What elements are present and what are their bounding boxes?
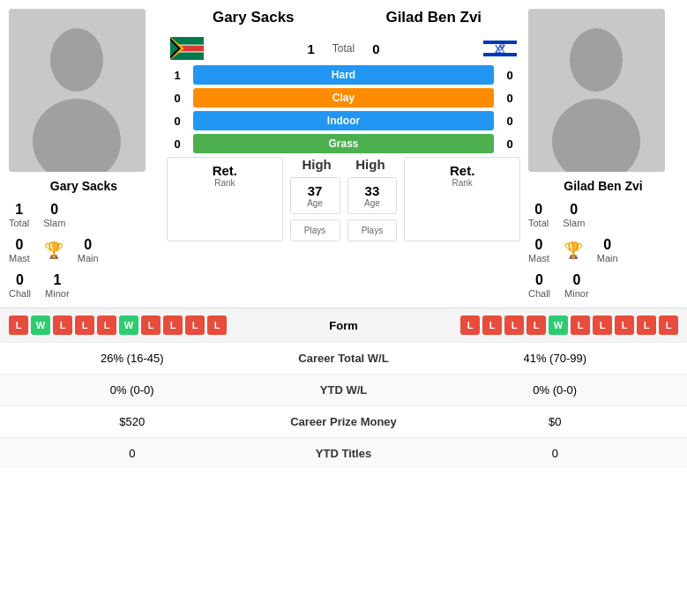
left-player-total-slam: 1 Total 0 Slam [9,202,159,228]
right-trophy-icon: 🏆 [564,241,583,260]
clay-right: 0 [499,92,520,105]
prize-money-label: Career Prize Money [256,415,432,428]
prize-money-row: $520 Career Prize Money $0 [0,405,687,437]
left-form: L W L L L W L L L L [9,315,273,335]
left-age-box: 37 Age [290,177,340,214]
right-form-4: L [526,315,546,335]
left-form-6: W [119,315,138,335]
left-form-8: L [163,315,183,335]
hard-button: Hard [193,65,494,85]
career-total-wl-left: 26% (16-45) [9,352,256,365]
svg-point-1 [50,28,103,92]
right-age-box: 33 Age [347,177,398,214]
right-rank-box: Ret. Rank [404,157,520,241]
right-chall-minor-row: 0 Chall 0 Minor [528,272,678,299]
ytd-wl-left: 0% (0-0) [9,383,256,397]
left-form-4: L [75,315,94,335]
left-form-9: L [185,315,205,335]
right-player-avatar [528,9,665,172]
left-form-3: L [53,315,72,335]
left-total: 1 Total [9,202,29,228]
right-player-total-slam: 0 Total 0 Slam [528,202,678,228]
right-form-9: L [637,315,656,335]
form-label: Form [273,319,414,332]
left-slam: 0 Slam [43,202,65,228]
ytd-wl-row: 0% (0-0) YTD W/L 0% (0-0) [0,374,687,405]
left-player-card: Gary Sacks 1 Total 0 Slam 0 Mast 🏆 [9,9,159,299]
left-form-2: W [31,315,50,335]
left-high: High [302,157,331,172]
clay-button: Clay [193,88,494,108]
main-container: Gary Sacks 1 Total 0 Slam 0 Mast 🏆 [0,0,687,469]
total-label: Total [332,42,355,55]
svg-text:✡: ✡ [497,45,503,53]
right-minor: 0 Minor [564,272,589,299]
left-form-1: L [9,315,28,335]
left-total-score: 1 [307,41,314,56]
right-form-10: L [659,315,678,335]
left-rank-box: Ret. Rank [167,157,283,241]
right-plays-box: Plays [347,219,398,241]
right-total-score: 0 [372,41,379,56]
svg-rect-14 [483,41,517,44]
svg-point-21 [570,28,623,92]
left-mast: 0 Mast [9,237,30,263]
left-player-name: Gary Sacks [9,179,159,193]
left-chall-minor-row: 0 Chall 1 Minor [9,272,159,299]
high-section: High High 37 Age 33 Age [290,157,398,241]
left-minor: 1 Minor [45,272,70,299]
career-total-wl-right: 41% (70-99) [432,352,679,365]
right-chall: 0 Chall [528,272,550,299]
left-trophy-icon: 🏆 [44,241,63,260]
right-form-7: L [593,315,612,335]
right-player-name: Gilad Ben Zvi [528,179,678,193]
right-trophy-row: 0 Mast 🏆 0 Main [528,237,678,263]
ytd-titles-right: 0 [432,447,679,460]
left-form-10: L [207,315,227,335]
ytd-wl-label: YTD W/L [256,383,432,397]
ytd-titles-label: YTD Titles [256,447,432,460]
right-slam: 0 Slam [563,202,585,228]
right-form-5: W [549,315,568,335]
center-data-section: Gary Sacks Gilad Ben Zvi [163,9,524,299]
right-high: High [355,157,385,172]
right-form-6: L [571,315,590,335]
right-main: 0 Main [597,237,618,263]
grass-button: Grass [193,134,494,153]
hard-left: 1 [167,69,188,82]
players-row: Gary Sacks 1 Total 0 Slam 0 Mast 🏆 [0,0,687,308]
total-scores: 1 Total 0 [307,41,379,56]
ytd-titles-row: 0 YTD Titles 0 [0,437,687,469]
right-player-title: Gilad Ben Zvi [344,9,525,26]
right-form-8: L [615,315,634,335]
left-flag [170,37,204,60]
right-mast: 0 Mast [528,237,549,263]
grass-left: 0 [167,137,188,151]
right-form: L L L L W L L L L L [414,315,679,335]
right-form-3: L [504,315,524,335]
ytd-wl-right: 0% (0-0) [432,383,679,397]
prize-money-right: $0 [432,415,679,428]
prize-money-left: $520 [9,415,256,428]
indoor-left: 0 [167,115,188,128]
hard-right: 0 [499,69,520,82]
left-form-5: L [97,315,116,335]
svg-rect-15 [483,53,517,56]
left-trophy-row: 0 Mast 🏆 0 Main [9,237,159,263]
clay-left: 0 [167,92,188,105]
form-section: L W L L L W L L L L Form L L L L W L L L… [0,308,687,342]
left-form-7: L [141,315,161,335]
right-player-card: Gilad Ben Zvi 0 Total 0 Slam 0 Mast 🏆 [528,9,678,299]
rank-high-row: Ret. Rank High High 37 Age [163,157,524,241]
career-stats-section: 26% (16-45) Career Total W/L 41% (70-99)… [0,342,687,469]
right-flag: ✡ [483,37,517,60]
indoor-right: 0 [499,115,520,128]
left-main: 0 Main [78,237,99,263]
grass-right: 0 [499,137,520,151]
right-form-1: L [460,315,480,335]
right-total: 0 Total [528,202,549,228]
right-form-2: L [482,315,502,335]
career-total-wl-row: 26% (16-45) Career Total W/L 41% (70-99) [0,342,687,374]
left-player-title: Gary Sacks [163,9,344,26]
left-player-avatar [9,9,146,172]
